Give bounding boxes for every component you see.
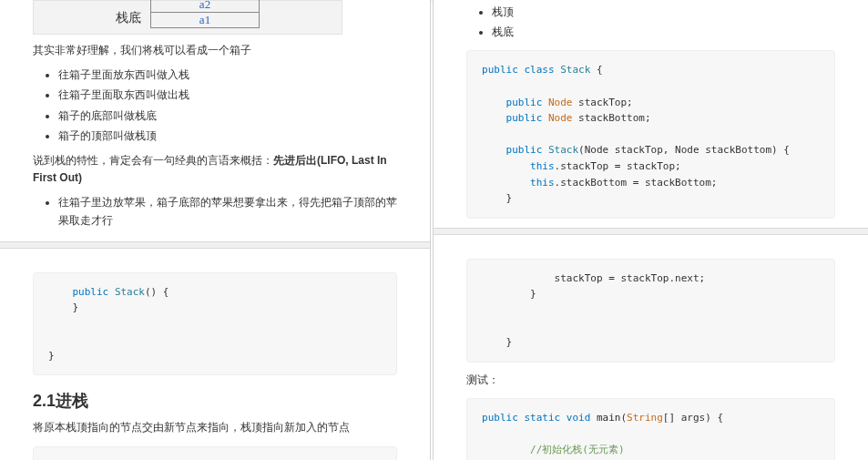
code-block-test-main: public static void main(String[] args) {… <box>466 398 835 460</box>
list-item: 往箱子里边放苹果，箱子底部的苹果想要拿出来，得先把箱子顶部的苹果取走才行 <box>58 194 397 229</box>
page-divider <box>0 241 430 249</box>
list-item: 箱子的顶部叫做栈顶 <box>58 128 397 145</box>
stack-cell-a2: a2 <box>151 0 259 12</box>
intro-paragraph: 其实非常好理解，我们将栈可以看成一个箱子 <box>33 42 397 59</box>
stack-bottom-label: 栈底 <box>116 10 141 26</box>
list-item: 栈顶 <box>492 4 835 21</box>
code-block-pop-fragment: stackTop = stackTop.next; } } <box>466 259 835 363</box>
list-item: 栈底 <box>492 24 835 41</box>
trait-prefix: 说到栈的特性，肯定会有一句经典的言语来概括： <box>33 154 273 167</box>
apple-example-list: 往箱子里边放苹果，箱子底部的苹果想要拿出来，得先把箱子顶部的苹果取走才行 <box>33 194 397 229</box>
test-label: 测试： <box>466 372 835 389</box>
page-divider <box>434 228 868 235</box>
section-heading-push: 2.1进栈 <box>33 390 397 412</box>
list-item: 箱子的底部叫做栈底 <box>58 107 397 125</box>
stack-diagram: 栈底 a2 a1 <box>33 0 342 35</box>
code-block-stack-ctor: public Stack() { } } <box>33 272 397 376</box>
push-description: 将原本栈顶指向的节点交由新节点来指向，栈顶指向新加入的节点 <box>33 419 397 436</box>
box-analogy-list: 往箱子里面放东西叫做入栈 往箱子里面取东西叫做出栈 箱子的底部叫做栈底 箱子的顶… <box>33 66 397 145</box>
top-bottom-list: 栈顶 栈底 <box>466 4 835 41</box>
list-item: 往箱子里面取东西叫做出栈 <box>58 87 397 104</box>
list-item: 往箱子里面放东西叫做入栈 <box>58 66 397 84</box>
trait-paragraph: 说到栈的特性，肯定会有一句经典的言语来概括：先进后出(LIFO, Last In… <box>33 152 397 187</box>
stack-cell-a1: a1 <box>151 12 259 27</box>
code-block-push: /** * 进栈 * * @param stack 栈 * @param val… <box>33 446 397 460</box>
code-block-stack-class: public class Stack { public Node stackTo… <box>466 50 835 218</box>
